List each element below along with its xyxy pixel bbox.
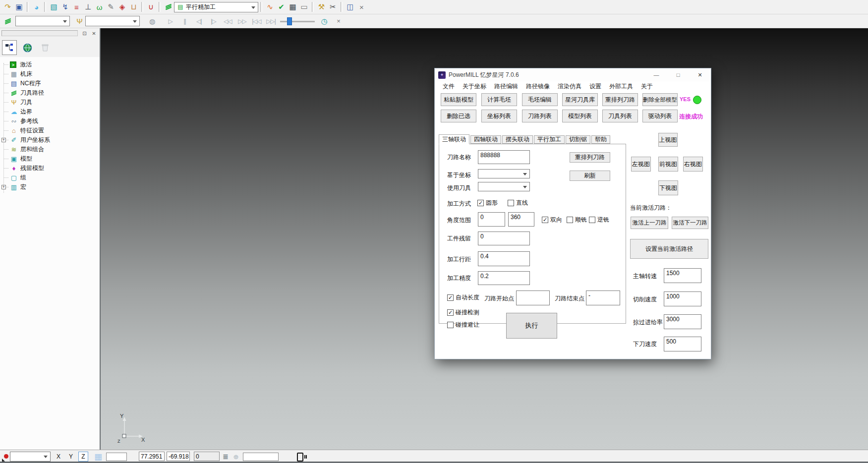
refresh-button[interactable]: 刷新 [570, 171, 610, 181]
tab-4axis[interactable]: 四轴联动 [470, 135, 501, 144]
conventional-checkbox[interactable]: 逆铣 [589, 216, 609, 224]
skim-feedrate-input[interactable]: 3000 [664, 314, 701, 329]
cut-icon[interactable]: ✂ [327, 1, 339, 13]
right-view-button[interactable]: 右视图 [683, 157, 703, 172]
tab-parallel[interactable]: 平行加工 [534, 135, 565, 144]
model-list-button[interactable]: 模型列表 [562, 110, 598, 122]
plunge-speed-input[interactable]: 500 [664, 337, 701, 351]
tree-item-group[interactable]: ▢ 组 [0, 173, 100, 182]
ruler-icon[interactable]: ▭ [298, 1, 310, 13]
toolpath-spiral-icon[interactable] [163, 1, 174, 13]
minimize-button[interactable]: — [649, 70, 664, 80]
calculator-icon[interactable]: ▦ [287, 1, 298, 13]
explorer-tree-tab[interactable] [2, 40, 17, 55]
panel-close-button[interactable]: ✕ [90, 30, 98, 37]
calc-block-button[interactable]: 计算毛坯 [481, 93, 517, 106]
lightbulb-icon[interactable]: ◍ [145, 16, 159, 26]
leads-links-icon[interactable]: ω [94, 1, 105, 13]
points-icon[interactable]: ◈ [116, 1, 128, 13]
menu-settings[interactable]: 设置 [585, 82, 605, 91]
menu-path-mirror[interactable]: 路径镜像 [522, 82, 554, 91]
collision-avoid-checkbox[interactable]: 碰撞避让 [447, 321, 479, 329]
tree-item-model[interactable]: ▣ 模型 [0, 154, 100, 164]
step-back-button[interactable]: ◁| [192, 16, 206, 26]
close-button[interactable]: ✕ [693, 70, 707, 80]
axis-y-button[interactable]: Y [66, 452, 76, 462]
search-back-button[interactable]: ◁◁ [221, 16, 235, 26]
snap-value-field[interactable] [106, 453, 127, 461]
tool-list-button[interactable]: 刀具列表 [602, 110, 638, 122]
clock-icon[interactable]: ◷ [317, 16, 331, 26]
toolpath-name-input[interactable]: 888888 [478, 150, 530, 164]
front-view-button[interactable]: 前视图 [658, 157, 678, 172]
axis-x-button[interactable]: X [54, 452, 63, 462]
tab-cutting-saw[interactable]: 切割锯 [566, 135, 590, 144]
tab-3axis[interactable]: 三轴联动 [439, 134, 469, 144]
drive-list-button[interactable]: 驱动列表 [642, 110, 678, 122]
angle-to-input[interactable]: 360 [508, 212, 534, 227]
tool-library-button[interactable]: 星河刀具库 [562, 93, 598, 106]
grid-snap-icon[interactable]: ▦ [93, 452, 103, 462]
menu-path-edit[interactable]: 路径编辑 [490, 82, 522, 91]
delete-selected-button[interactable]: 删除已选 [441, 110, 476, 122]
cutting-speed-input[interactable]: 1000 [664, 291, 701, 306]
collision-check-checkbox[interactable]: ✓ 碰撞检测 [447, 308, 479, 317]
activate-prev-toolpath-button[interactable]: 激活上一刀路 [631, 217, 668, 229]
shaded-view-icon[interactable]: ◕ [31, 1, 42, 13]
based-coordinate-combo[interactable] [478, 169, 530, 178]
bottom-view-button[interactable]: 下视图 [658, 180, 678, 195]
tree-item-macro[interactable]: + ▥ 宏 [0, 182, 100, 192]
sim-toolpath-combo[interactable] [15, 16, 70, 26]
auto-length-checkbox[interactable]: ✓ 自动长度 [447, 293, 479, 302]
tab-help[interactable]: 帮助 [591, 135, 610, 144]
locate-icon[interactable]: ⊕ [232, 453, 240, 461]
context-combo[interactable] [10, 452, 51, 462]
tree-item-toolpaths[interactable]: 刀具路径 [0, 88, 100, 98]
tree-item-activate[interactable]: > 激活 [0, 60, 100, 69]
pause-button[interactable]: || [177, 16, 192, 26]
active-strategy-combo[interactable]: ▤ 平行精加工 [174, 2, 258, 12]
compare-models-icon[interactable]: ◫ [345, 1, 356, 13]
slider-handle[interactable] [287, 17, 292, 25]
set-active-path-button[interactable]: 设置当前激活路径 [630, 239, 708, 259]
verify-icon[interactable]: ✔ [276, 1, 287, 13]
tree-item-stock-model[interactable]: ♦ 残留模型 [0, 164, 100, 173]
panel-drag-grip[interactable] [1, 30, 78, 36]
tree-item-reference-line[interactable]: ∾ 参考线 [0, 116, 100, 126]
tree-item-nc-program[interactable]: ▤ NC程序 [0, 79, 100, 88]
rearrange-toolpaths-button[interactable]: 重排列刀路 [602, 93, 638, 106]
coordinate-list-button[interactable]: 坐标列表 [481, 110, 517, 122]
stock-remain-input[interactable]: 0 [478, 232, 530, 245]
stepover-input[interactable]: 0.4 [478, 251, 530, 266]
save-file-icon[interactable]: ▣ [13, 1, 25, 13]
go-end-button[interactable]: ▷▷| [264, 16, 278, 26]
end-point-input[interactable]: - [586, 290, 620, 305]
list-options-icon[interactable]: ≣ [222, 453, 230, 461]
circular-checkbox[interactable]: ✓ 圆形 [477, 199, 498, 207]
tab-swivel-head[interactable]: 摆头联动 [502, 135, 533, 144]
tool-change-icon[interactable]: ⚒ [316, 1, 327, 13]
tree-item-user-coordinate[interactable]: + ✐ 用户坐标系 [0, 135, 100, 145]
toolpath-list-button[interactable]: 刀路列表 [522, 110, 558, 122]
ball-tool-icon[interactable]: ⊥ [82, 1, 94, 13]
toolbar-close-icon[interactable]: × [356, 1, 367, 13]
panel-float-button[interactable]: ⊡ [81, 30, 88, 37]
menu-render-sim[interactable]: 渲染仿真 [554, 82, 585, 91]
left-view-button[interactable]: 左视图 [631, 157, 651, 172]
axis-z-button[interactable]: Z [78, 452, 88, 462]
linear-checkbox[interactable]: 直线 [508, 199, 528, 207]
sim-speed-slider[interactable] [280, 16, 315, 26]
menu-file[interactable]: 文件 [439, 82, 459, 91]
dialog-titlebar[interactable]: ✦ PowerMILL 忆梦星河 7.0.6 [435, 68, 711, 81]
maximize-button[interactable]: □ [671, 70, 686, 80]
menu-external-tools[interactable]: 外部工具 [605, 82, 637, 91]
device-icon[interactable] [297, 453, 303, 462]
step-forward-button[interactable]: |▷ [206, 16, 221, 26]
start-point-input[interactable] [516, 290, 550, 305]
open-file-icon[interactable]: ↷ [2, 1, 13, 13]
top-view-button[interactable]: 上视图 [658, 133, 678, 147]
tree-item-layers[interactable]: ≋ 层和组合 [0, 145, 100, 154]
activate-next-toolpath-button[interactable]: 激活下一刀路 [672, 217, 708, 229]
search-forward-button[interactable]: ▷▷ [235, 16, 249, 26]
menu-about[interactable]: 关于 [637, 82, 657, 91]
